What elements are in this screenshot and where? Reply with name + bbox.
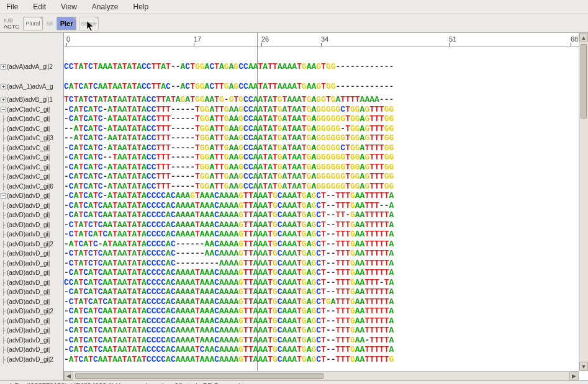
sequence-label[interactable]: ├(advD)advD_gi|2 <box>0 306 63 316</box>
sequence-name: (advD)advD_gi| <box>7 279 50 286</box>
sequence-rows[interactable]: CCTATCTAAATATATACCTTAT--ACTGGACTAGAGCCAA… <box>64 47 588 364</box>
sequence-label[interactable]: ├(advD)advD_gi| <box>0 297 63 307</box>
sequence-row[interactable]: -CATCATCAATAATATACCCCACAAAATAAACAAAAGTTA… <box>64 336 588 346</box>
cursor-position-line <box>257 33 258 371</box>
sequence-label[interactable]: ├(advC)advC_gi| <box>0 143 63 153</box>
tree-branch-icon: ├ <box>1 173 6 180</box>
sequence-label[interactable]: ├(advC)advC_gi| <box>0 124 63 134</box>
sequence-row[interactable]: -CATCATC-ATAATATACCTTT-----TGGATTGAAGCCA… <box>64 143 588 153</box>
sequence-label[interactable]: ├(advD)advD_gi| <box>0 249 63 259</box>
sequence-label[interactable]: +(advA)advA_gi|2 <box>0 62 63 72</box>
sequence-row[interactable]: -CATCATC-ATAATATACCTTT-----TGGATTGAAGCCA… <box>64 105 588 115</box>
sequence-label[interactable]: ├(advC)advC_gi| <box>0 172 63 182</box>
sequence-row[interactable]: -ATCATCAATAATATATCCCCACAAAATAAACAAAAGTTA… <box>64 355 588 365</box>
toolbar-btn-pier[interactable]: Pier <box>57 17 76 30</box>
sequence-label[interactable]: ├(advC)advC_gi|6 <box>0 182 63 192</box>
toolbar-btn-plural[interactable]: Plural <box>23 17 43 30</box>
tree-branch-icon: ├ <box>1 231 6 238</box>
sequence-row[interactable]: TCTATCTATATAATATACCTTATAGATGGAATG-GTGCCA… <box>64 95 588 105</box>
sequence-name: (advD)advD_gi| <box>7 346 50 353</box>
expand-icon[interactable]: + <box>1 97 6 102</box>
scroll-down-arrow[interactable]: ▼ <box>579 362 588 371</box>
sequence-label[interactable]: ├(advD)advD_gi| <box>0 268 63 278</box>
collapse-icon[interactable]: − <box>1 107 6 112</box>
sequence-row[interactable]: --ATCATC-ATAATATACCTTT-----TGGATTGAAGCCA… <box>64 124 588 134</box>
ruler-tick-mark <box>66 43 67 47</box>
tree-branch-icon: ├ <box>1 212 6 218</box>
menu-help[interactable]: Help <box>133 2 149 11</box>
sequence-name: (advD)advD_gi| <box>7 221 50 228</box>
sequence-label[interactable]: ├(advD)advD_gi| <box>0 287 63 297</box>
toolbar-btn-seque[interactable]: Seque <box>79 17 99 30</box>
statusbar: advD_gi|233770158|gb|FJ824826.1| Human a… <box>0 380 588 384</box>
sequence-label[interactable]: +(advA_1)advA_g <box>0 82 63 92</box>
sequence-name: (advB)advB_gi|1 <box>7 96 53 103</box>
sequence-label[interactable]: ├(advD)advD_gi| <box>0 259 63 269</box>
sequence-label[interactable]: ├(advD)advD_gi| <box>0 336 63 346</box>
sequence-name: (advD)advD_gi| <box>7 250 50 257</box>
menu-analyze[interactable]: Analyze <box>92 2 119 11</box>
sequence-row[interactable]: -CATCATCAATAATATACCCCACAAAATAAACAAAAGTTA… <box>64 201 588 211</box>
sequence-row[interactable]: -CATCATC-ATAATATACCTTT-----TGGATTGAAGCCA… <box>64 182 588 192</box>
vscroll-thumb[interactable] <box>581 44 587 118</box>
menu-edit[interactable]: Edit <box>33 2 46 11</box>
sequence-row[interactable]: -CATCATCAATAATATACCCCACAAAATAAACAAAAGTTA… <box>64 326 588 336</box>
sequence-row[interactable]: -CATCATC--TAATATACCTTT-----TGGATTGAAGCCA… <box>64 153 588 163</box>
sequence-row[interactable]: -CTATCTCAATAATATACCCCAC---------AAAAGTTA… <box>64 259 588 269</box>
sequence-row[interactable]: -ATCATC-ATAAATATACCCCAC------AACAAAAGTTA… <box>64 239 588 249</box>
expand-icon[interactable]: + <box>1 64 6 69</box>
sequence-label[interactable]: ├(advD)advD_gi|2 <box>0 355 63 365</box>
sequence-label[interactable]: ├(advD)advD_gi| <box>0 220 63 230</box>
sequence-label[interactable]: ├(advD)advD_gi| <box>0 201 63 211</box>
sequence-row[interactable]: -CATCATC-ATAATATACCCCACAAAGTAAACAAAAGTTA… <box>64 191 588 201</box>
sequence-label[interactable]: ├(advC)advC_gi| <box>0 153 63 163</box>
sequence-label[interactable]: ├(advD)advD_gi| <box>0 230 63 239</box>
horizontal-scrollbar[interactable]: ◀ ▶ <box>64 371 579 380</box>
toolbar-num-label: 58 <box>47 20 53 27</box>
sequence-label[interactable]: −(advD)advD_gi| <box>0 191 63 201</box>
sequence-row[interactable]: -CATCATCAATAATATACCCCACAAAATAAACAAAAGTTA… <box>64 287 588 297</box>
sequence-label[interactable]: ├(advD)advD_gi| <box>0 345 63 355</box>
sequence-row[interactable]: CCATCATCAATAATATACCCCACAAAATAAACAAAAGTTA… <box>64 278 588 288</box>
sequence-row[interactable]: -CATCATCAATAATATACCCCACAAAATCAACAAAAGTTA… <box>64 345 588 355</box>
tree-branch-icon: ├ <box>1 241 6 248</box>
sequence-row[interactable]: -CTATCATCATAATATACCCCACAAAATAAACAAAAGTTA… <box>64 297 588 307</box>
sequence-row[interactable]: -CATCATCAATAATATACCCCACAAAATAAACAAAAGTTA… <box>64 316 588 326</box>
tree-branch-icon: ├ <box>1 279 6 286</box>
sequence-label[interactable]: ├(advC)advC_gi| <box>0 163 63 172</box>
sequence-row[interactable]: CATCATCAATAATATACCTTAC--ACTGGACTTGAGCCAA… <box>64 82 588 92</box>
menu-file[interactable]: File <box>6 2 18 11</box>
sequence-name: (advC)advC_gi|6 <box>7 183 53 190</box>
sequence-row[interactable]: -CTATCTCAATAATATACCCCACAAAATAAACAAAAGTTA… <box>64 220 588 230</box>
sequence-label[interactable]: ├(advC)advC_gi| <box>0 114 63 124</box>
sequence-row[interactable]: -CTATCATCATAATATACCCCACAAAATAAACAAAAGTTA… <box>64 230 588 239</box>
sequence-label[interactable]: +(advB)advB_gi|1 <box>0 95 63 105</box>
sequence-row[interactable]: -CATCATC-ATAATATACCTTT-----TGGATTGAAGCCA… <box>64 172 588 182</box>
sequence-label[interactable]: ├(advD)advD_gi|2 <box>0 239 63 249</box>
sequence-row[interactable]: -CATCATCAATAATATACCCCACAAAATAAACAAAAGTTA… <box>64 210 588 220</box>
sequence-row[interactable]: --ATCATC-AATATATACCTTT-----TGGATTGAAGCCA… <box>64 133 588 143</box>
sequence-row[interactable]: -CATCATCAATAATATACCCCACAAAATAAACAAAAGTTA… <box>64 268 588 278</box>
sequence-label[interactable]: ├(advD)advD_gi| <box>0 278 63 288</box>
sequence-row[interactable]: -CTATCTCAATAATATACCCCAC------AACAAAAGTTA… <box>64 249 588 259</box>
sequence-row[interactable]: -CATCATC-ATAATATACCTTT-----TGGATTGAAGCCA… <box>64 163 588 172</box>
menu-view[interactable]: View <box>61 2 77 11</box>
sequence-name: (advC)advC_gi| <box>7 106 50 113</box>
sequence-label[interactable]: ├(advD)advD_gi| <box>0 210 63 220</box>
sequence-label[interactable]: −(advC)advC_gi| <box>0 105 63 115</box>
sequence-view[interactable]: 01726345168 CCTATCTAAATATATACCTTAT--ACTG… <box>64 33 588 380</box>
expand-icon[interactable]: + <box>1 84 6 89</box>
scroll-left-arrow[interactable]: ◀ <box>64 372 73 380</box>
scroll-up-arrow[interactable]: ▲ <box>579 33 588 42</box>
sequence-row[interactable]: -CATCATCAATAATATACCCCACAAAATAAACAAAAGTTA… <box>64 306 588 316</box>
hscroll-thumb[interactable] <box>75 373 323 379</box>
sequence-label[interactable]: ├(advC)advC_gi|3 <box>0 133 63 143</box>
vertical-scrollbar[interactable]: ▲ ▼ <box>579 33 588 371</box>
collapse-icon[interactable]: − <box>1 193 6 199</box>
sequence-label[interactable]: ├(advD)advD_gi| <box>0 326 63 336</box>
tree-branch-icon: ├ <box>1 298 6 305</box>
sequence-row[interactable]: CCTATCTAAATATATACCTTAT--ACTGGACTAGAGCCAA… <box>64 62 588 72</box>
scroll-right-arrow[interactable]: ▶ <box>569 372 579 380</box>
sequence-label[interactable]: ├(advD)advD_gi| <box>0 316 63 326</box>
sequence-row[interactable]: -CATCATC-ATAATATACCTTT-----TGGATTGAAGCCA… <box>64 114 588 124</box>
